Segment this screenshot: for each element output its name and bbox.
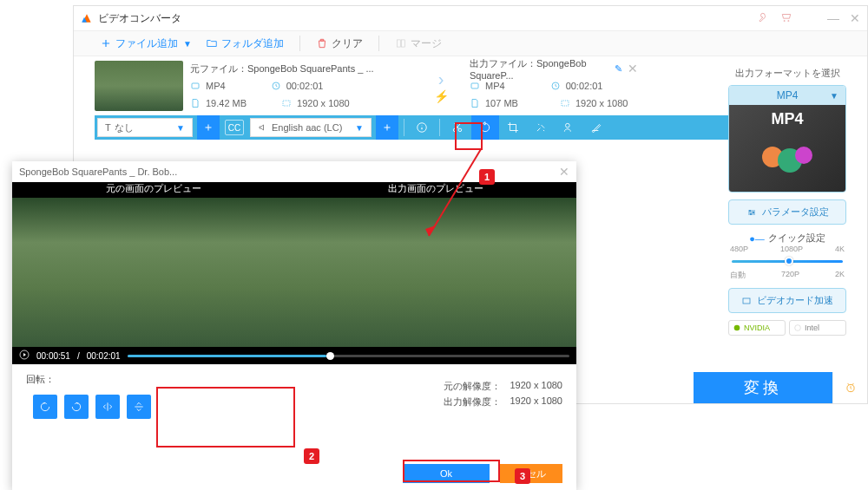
conversion-arrow: › ⚡ [419,56,463,115]
titlebar: ビデオコンバータ — ✕ [74,6,867,30]
svg-marker-25 [23,353,26,356]
file-size-icon [190,98,201,108]
svg-point-13 [566,123,570,127]
chevron-down-icon: ▼ [183,39,192,49]
quick-settings: ●—クイック設定 480P1080P4K 自動720P2K [728,232,846,281]
chevron-down-icon: ▼ [830,91,838,101]
svg-rect-3 [401,40,404,47]
cancel-button[interactable]: ンセル [500,464,562,483]
format-preview: MP4 [729,105,845,192]
key-icon[interactable] [758,11,770,26]
add-subtitle-button[interactable] [197,115,220,140]
seek-bar[interactable] [128,355,569,357]
clock-icon [550,81,561,91]
bolt-icon: ⚡ [434,89,449,103]
preview-src-label: 元の画面のプレビュー [12,182,294,198]
svg-point-17 [749,210,751,212]
output-file-panel: 出力ファイル：SpongeBob SquareP...✎✕ MP4 00:02:… [463,56,654,115]
app-logo-icon [81,12,93,24]
quality-slider[interactable] [732,260,843,263]
sidebar-heading: 出力フォーマットを選択 [728,67,846,80]
ok-button[interactable]: Ok [403,464,490,483]
intel-chip: Intel [789,320,846,336]
rotate-label: 回転： [26,373,151,386]
rotate-left-button[interactable] [33,395,57,419]
svg-rect-6 [283,101,290,106]
cut-icon[interactable] [444,115,471,140]
source-file-panel: 元ファイル：SpongeBob SquarePants _ ... MP4 00… [183,56,419,115]
svg-point-16 [795,147,812,164]
video-format-icon [190,81,201,91]
player-bar: 00:00:51 / 00:02:01 [12,347,576,364]
format-sidebar: 出力フォーマットを選択 MP4▼ MP4 パラメータ設定 ●—クイック設定 48… [728,67,846,336]
svg-rect-7 [471,83,478,88]
svg-rect-20 [743,298,750,304]
timer-button[interactable] [832,372,867,403]
merge-button[interactable]: マージ [390,33,447,55]
crop-icon[interactable] [499,115,527,140]
window-title: ビデオコンバータ [98,11,758,26]
callout-2: 2 [304,448,319,464]
preview-body [12,198,576,347]
convert-button[interactable]: 変換 [694,372,832,403]
info-icon[interactable] [408,115,436,140]
add-file-button[interactable]: ファイル追加▼ [95,33,197,55]
rotate-right-button[interactable] [64,395,89,419]
svg-rect-9 [562,101,569,106]
svg-rect-2 [397,40,400,47]
minimize-button[interactable]: — [827,11,839,26]
nvidia-chip: NVIDIA [728,320,786,336]
effects-icon[interactable] [527,115,555,140]
main-toolbar: ファイル追加▼ フォルダ追加 クリア マージ [74,30,867,56]
add-folder-button[interactable]: フォルダ追加 [201,33,289,55]
subtitle-edit-icon[interactable] [582,115,610,140]
audio-track-select[interactable]: English aac (LC)▼ [250,118,372,137]
callout-1: 1 [479,169,495,185]
rotate-controls: 回転： [26,373,151,419]
time-total: 00:02:01 [87,351,121,361]
gpu-accel-button[interactable]: ビデオカード加速 [728,288,846,313]
rotate-icon[interactable] [471,115,499,140]
dialog-title: SpongeBob SquarePants _ Dr. Bob... [19,167,177,177]
watermark-icon[interactable] [555,115,582,140]
flip-vertical-button[interactable] [127,395,151,419]
preview-source [12,198,294,347]
play-button[interactable] [19,350,30,362]
remove-file-button[interactable]: ✕ [628,62,647,75]
format-selector[interactable]: MP4▼ MP4 [728,85,846,193]
close-button[interactable]: ✕ [850,11,860,26]
dialog-close-button[interactable]: ✕ [559,165,569,179]
resolution-info: 元の解像度：1920 x 1080 出力解像度：1920 x 1080 [444,380,562,419]
edit-filename-icon[interactable]: ✎ [615,63,622,75]
file-size-icon [470,98,480,108]
callout-3: 3 [515,468,530,484]
svg-point-19 [750,213,752,215]
resolution-icon [560,98,570,108]
svg-line-26 [429,149,481,236]
video-format-icon [470,81,480,91]
cc-icon[interactable]: CC [225,120,244,135]
cart-icon[interactable] [780,11,792,26]
video-thumbnail[interactable] [95,61,183,111]
rotate-dialog: SpongeBob SquarePants _ Dr. Bob... ✕ 元の画… [12,161,576,490]
resolution-icon [281,98,292,108]
subtitle-select[interactable]: Tなし▼ [97,118,193,137]
clear-button[interactable]: クリア [311,33,368,55]
svg-rect-4 [192,83,199,88]
add-audio-button[interactable] [376,115,398,140]
flip-horizontal-button[interactable] [95,395,120,419]
parameter-settings-button[interactable]: パラメータ設定 [728,199,846,225]
time-current: 00:00:51 [36,351,70,361]
svg-point-22 [795,325,801,331]
svg-point-18 [753,212,754,213]
svg-point-21 [734,325,740,331]
clock-icon [271,81,281,91]
